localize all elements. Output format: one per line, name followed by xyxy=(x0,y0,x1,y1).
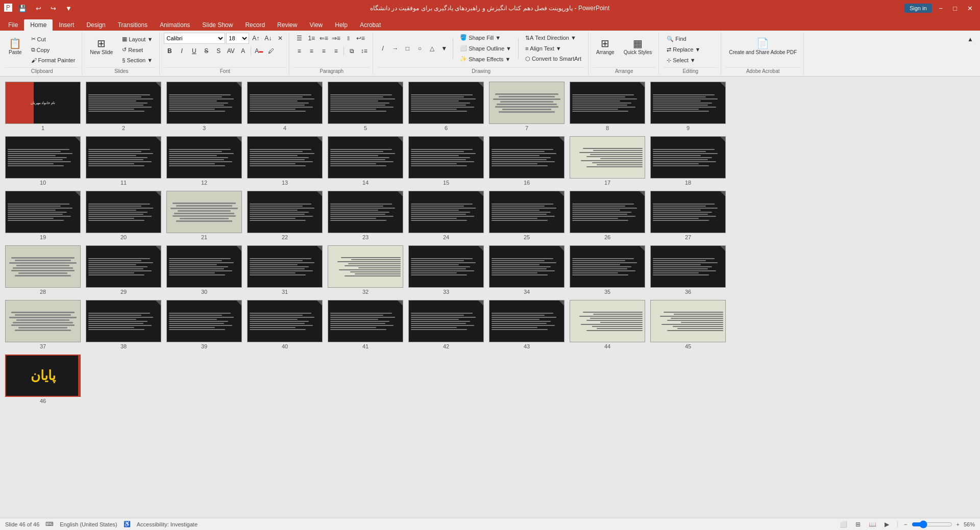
collapse-ribbon-btn[interactable]: ▲ xyxy=(965,34,976,45)
tab-home[interactable]: Home xyxy=(24,19,53,31)
zoom-slider[interactable] xyxy=(912,520,952,528)
slide-thumb-31[interactable] xyxy=(247,245,323,288)
align-text-button[interactable]: ≡ Align Text ▼ xyxy=(522,44,585,53)
slide-item-22[interactable]: 22 xyxy=(247,191,323,240)
slide-thumb-39[interactable] xyxy=(166,300,242,342)
slide-thumb-25[interactable] xyxy=(489,191,565,233)
slide-thumb-30[interactable] xyxy=(166,245,242,288)
char-spacing-btn[interactable]: A xyxy=(237,45,249,57)
slide-thumb-44[interactable] xyxy=(570,300,645,342)
slide-item-14[interactable]: 14 xyxy=(328,136,403,186)
slide-thumb-22[interactable] xyxy=(247,191,323,233)
slide-thumb-46[interactable]: پایان xyxy=(5,355,81,397)
italic-btn[interactable]: I xyxy=(176,45,187,57)
numbering-btn[interactable]: 1≡ xyxy=(306,33,317,44)
highlight-btn[interactable]: 🖊 xyxy=(265,45,277,57)
slide-item-12[interactable]: 12 xyxy=(166,136,242,186)
tab-view[interactable]: View xyxy=(303,19,329,31)
reset-button[interactable]: ↺ Reset xyxy=(118,45,156,55)
tab-review[interactable]: Review xyxy=(271,19,303,31)
slide-thumb-36[interactable] xyxy=(650,245,726,288)
slide-item-6[interactable]: 6 xyxy=(408,82,484,131)
quick-undo-btn[interactable]: ↩ xyxy=(33,4,44,13)
shape-fill-button[interactable]: 🪣 Shape Fill ▼ xyxy=(456,33,515,42)
replace-button[interactable]: ⇄ Replace ▼ xyxy=(663,45,704,55)
decrease-font-btn[interactable]: A↓ xyxy=(262,33,274,44)
tab-transitions[interactable]: Transitions xyxy=(112,19,154,31)
new-slide-button[interactable]: ⊞ New Slide xyxy=(86,37,116,62)
slide-thumb-21[interactable] xyxy=(166,191,242,233)
slide-thumb-7[interactable] xyxy=(489,82,565,124)
slide-thumb-4[interactable] xyxy=(247,82,323,124)
slide-item-44[interactable]: 44 xyxy=(570,300,645,349)
spacing-btn[interactable]: AV xyxy=(225,45,236,57)
line-spacing-btn[interactable]: ↕≡ xyxy=(358,45,370,57)
slide-thumb-8[interactable] xyxy=(570,82,645,124)
section-button[interactable]: § Section ▼ xyxy=(118,56,156,65)
slide-thumb-10[interactable] xyxy=(5,136,81,179)
slide-thumb-28[interactable] xyxy=(5,245,81,288)
slide-item-36[interactable]: 36 xyxy=(650,245,726,295)
bold-btn[interactable]: B xyxy=(164,45,175,57)
slide-thumb-26[interactable] xyxy=(570,191,645,233)
slide-thumb-41[interactable] xyxy=(328,300,403,342)
slide-thumb-37[interactable] xyxy=(5,300,81,342)
slide-thumb-34[interactable] xyxy=(489,245,565,288)
slide-item-29[interactable]: 29 xyxy=(86,245,161,295)
increase-font-btn[interactable]: A↑ xyxy=(250,33,261,44)
slide-thumb-35[interactable] xyxy=(570,245,645,288)
columns-btn[interactable]: ⫴ xyxy=(342,33,354,44)
decrease-indent-btn[interactable]: ⇐≡ xyxy=(318,33,329,44)
slide-item-10[interactable]: 10 xyxy=(5,136,81,186)
slide-thumb-11[interactable] xyxy=(86,136,161,179)
increase-indent-btn[interactable]: ⇒≡ xyxy=(330,33,341,44)
tab-record[interactable]: Record xyxy=(239,19,271,31)
arrange-button[interactable]: ⊞ Arrange xyxy=(593,37,618,62)
slide-thumb-13[interactable] xyxy=(247,136,323,179)
quick-customize-btn[interactable]: ▼ xyxy=(62,4,75,13)
slide-thumb-24[interactable] xyxy=(408,191,484,233)
slide-item-15[interactable]: 15 xyxy=(408,136,484,186)
slide-item-4[interactable]: 4 xyxy=(247,82,323,131)
font-color-btn[interactable]: A▬ xyxy=(253,45,264,57)
convert-to-smartart-button[interactable]: ⬡ Convert to SmartArt xyxy=(522,54,585,64)
slide-thumb-6[interactable] xyxy=(408,82,484,124)
slide-item-33[interactable]: 33 xyxy=(408,245,484,295)
slide-item-7[interactable]: 7 xyxy=(489,82,565,131)
tab-acrobat[interactable]: Acrobat xyxy=(354,19,387,31)
slide-item-31[interactable]: 31 xyxy=(247,245,323,295)
create-pdf-button[interactable]: 📄 Create and Share Adobe PDF xyxy=(725,37,800,62)
find-button[interactable]: 🔍 Find xyxy=(663,34,704,44)
smart-art-btn[interactable]: ⧉ xyxy=(346,45,357,57)
slide-item-26[interactable]: 26 xyxy=(570,191,645,240)
sign-in-button[interactable]: Sign in xyxy=(904,4,932,13)
slide-item-25[interactable]: 25 xyxy=(489,191,565,240)
slides-panel[interactable]: نام خانواد مهریان12345678910111213141516… xyxy=(0,77,980,518)
slide-item-11[interactable]: 11 xyxy=(86,136,161,186)
maximize-button[interactable]: □ xyxy=(950,4,960,13)
slide-thumb-33[interactable] xyxy=(408,245,484,288)
underline-btn[interactable]: U xyxy=(188,45,200,57)
tab-design[interactable]: Design xyxy=(80,19,111,31)
slide-thumb-12[interactable] xyxy=(166,136,242,179)
slide-item-32[interactable]: 32 xyxy=(328,245,403,295)
slide-item-19[interactable]: 19 xyxy=(5,191,81,240)
slide-item-13[interactable]: 13 xyxy=(247,136,323,186)
normal-view-btn[interactable]: ⬜ xyxy=(838,520,849,528)
shape-more-btn[interactable]: ▼ xyxy=(438,43,450,54)
slide-item-16[interactable]: 16 xyxy=(489,136,565,186)
slide-item-5[interactable]: 5 xyxy=(328,82,403,131)
strikethrough-btn[interactable]: S xyxy=(201,45,212,57)
close-button[interactable]: ✕ xyxy=(964,4,976,13)
font-size-select[interactable]: 18 xyxy=(226,33,249,44)
rtl-btn[interactable]: ↩≡ xyxy=(355,33,366,44)
slide-thumb-45[interactable] xyxy=(650,300,726,342)
justify-btn[interactable]: ≡ xyxy=(330,45,341,57)
shape-arrow-btn[interactable]: → xyxy=(389,43,401,54)
quick-save-btn[interactable]: 💾 xyxy=(15,4,30,13)
layout-button[interactable]: ▦ Layout ▼ xyxy=(118,34,156,44)
reading-view-btn[interactable]: 📖 xyxy=(867,520,878,528)
tab-insert[interactable]: Insert xyxy=(53,19,80,31)
font-name-select[interactable]: Calibri xyxy=(164,33,225,44)
slide-thumb-5[interactable] xyxy=(328,82,403,124)
